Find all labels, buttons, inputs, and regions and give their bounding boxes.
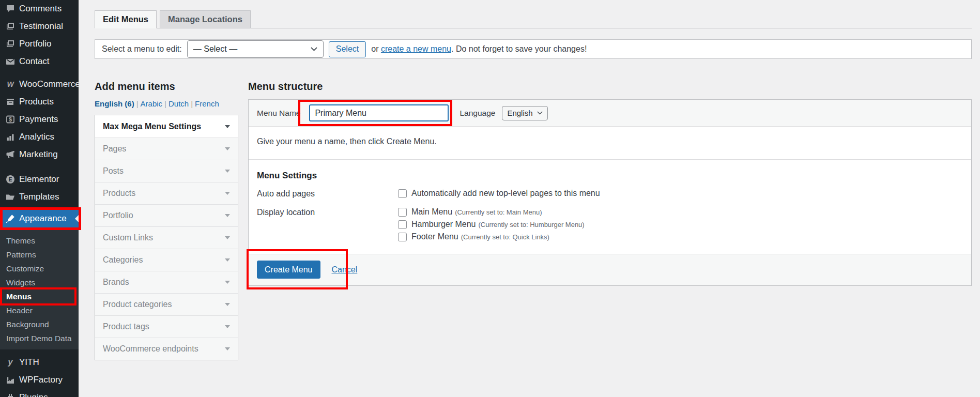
language-filter-links: English (6)|Arabic|Dutch|French bbox=[95, 99, 238, 108]
language-link-arabic[interactable]: Arabic bbox=[141, 99, 163, 108]
accordion-pages[interactable]: Pages bbox=[95, 138, 238, 160]
select-button[interactable]: Select bbox=[329, 41, 366, 57]
sidebar-item-payments[interactable]: $ Payments bbox=[0, 111, 79, 128]
admin-sidebar: Comments Testimonial Portfolio Contact W… bbox=[0, 0, 79, 397]
templates-icon bbox=[5, 192, 16, 202]
display-location-label: Display location bbox=[257, 207, 398, 245]
svg-text:y: y bbox=[8, 358, 13, 367]
hamburger-menu-checkbox[interactable] bbox=[398, 220, 407, 229]
sidebar-item-analytics[interactable]: Analytics bbox=[0, 128, 79, 146]
create-menu-button[interactable]: Create Menu bbox=[257, 261, 320, 279]
location-note: (Currently set to: Quick Links) bbox=[461, 233, 549, 241]
select-menu-bar: Select a menu to edit: — Select — Select… bbox=[95, 39, 972, 59]
sidebar-item-label: WooCommerce bbox=[19, 79, 80, 89]
sidebar-item-portfolio[interactable]: Portfolio bbox=[0, 35, 79, 53]
add-menu-items-panel: Add menu items English (6)|Arabic|Dutch|… bbox=[95, 81, 238, 360]
menu-select-dropdown[interactable]: — Select — bbox=[187, 40, 324, 58]
language-select-dropdown[interactable]: English bbox=[502, 106, 547, 120]
plugins-icon bbox=[5, 392, 16, 397]
accordion-portfolio[interactable]: Portfolio bbox=[95, 204, 238, 226]
sidebar-item-appearance[interactable]: Appearance bbox=[0, 210, 79, 227]
submenu-item-import-demo-data[interactable]: Import Demo Data bbox=[0, 331, 79, 345]
menu-name-row: Menu Name Language English bbox=[249, 100, 971, 127]
portfolio-icon bbox=[5, 39, 16, 49]
accordion-posts[interactable]: Posts bbox=[95, 160, 238, 182]
analytics-icon bbox=[5, 132, 16, 142]
submenu-item-widgets[interactable]: Widgets bbox=[0, 276, 79, 289]
chevron-down-icon bbox=[537, 111, 543, 115]
contact-icon bbox=[5, 56, 16, 67]
auto-add-pages-checkbox[interactable] bbox=[398, 189, 407, 198]
woocommerce-icon: W bbox=[5, 79, 16, 89]
location-main-menu: Main Menu (Currently set to: Main Menu) bbox=[398, 207, 585, 217]
sidebar-item-label: Plugins bbox=[19, 392, 48, 397]
submenu-item-themes[interactable]: Themes bbox=[0, 234, 79, 248]
sidebar-item-label: Testimonial bbox=[19, 21, 63, 32]
accordion-products[interactable]: Products bbox=[95, 182, 238, 204]
divider bbox=[249, 159, 971, 160]
submenu-item-background[interactable]: Background bbox=[0, 317, 79, 331]
sidebar-item-label: YITH bbox=[19, 357, 39, 368]
menu-name-input[interactable] bbox=[309, 104, 449, 121]
dropdown-arrow-icon bbox=[225, 125, 230, 131]
create-new-menu-link[interactable]: create a new menu bbox=[381, 44, 451, 53]
location-note: (Currently set to: Main Menu) bbox=[455, 208, 542, 216]
main-menu-checkbox[interactable] bbox=[398, 208, 407, 217]
accordion-categories[interactable]: Categories bbox=[95, 249, 238, 271]
svg-text:W: W bbox=[7, 80, 14, 88]
screen-tabs: Edit Menus Manage Locations bbox=[95, 10, 972, 28]
main-content: Edit Menus Manage Locations Select a men… bbox=[79, 0, 980, 397]
submenu-item-header[interactable]: Header bbox=[0, 303, 79, 317]
select-menu-label: Select a menu to edit: bbox=[102, 44, 182, 54]
language-link-english[interactable]: English (6) bbox=[95, 99, 134, 108]
menu-items-accordion: Max Mega Menu Settings Pages Posts Produ… bbox=[95, 115, 238, 360]
accordion-brands[interactable]: Brands bbox=[95, 271, 238, 293]
sidebar-item-elementor[interactable]: E Elementor bbox=[0, 171, 79, 188]
language-link-dutch[interactable]: Dutch bbox=[169, 99, 189, 108]
accordion-product-categories[interactable]: Product categories bbox=[95, 293, 238, 315]
sidebar-item-products[interactable]: Products bbox=[0, 93, 79, 111]
auto-add-pages-option-label: Automatically add new top-level pages to… bbox=[411, 189, 600, 198]
dropdown-arrow-icon bbox=[225, 347, 230, 353]
svg-text:$: $ bbox=[9, 116, 12, 123]
sidebar-item-label: WPFactory bbox=[19, 375, 63, 385]
accordion-product-tags[interactable]: Product tags bbox=[95, 315, 238, 338]
sidebar-item-templates[interactable]: Templates bbox=[0, 188, 79, 206]
menu-helper-text: Give your menu a name, then click Create… bbox=[257, 137, 963, 146]
sidebar-item-contact[interactable]: Contact bbox=[0, 53, 79, 70]
dropdown-arrow-icon bbox=[225, 258, 230, 264]
products-icon bbox=[5, 97, 16, 107]
sidebar-item-marketing[interactable]: Marketing bbox=[0, 146, 79, 163]
submenu-item-menus[interactable]: Menus bbox=[0, 289, 79, 303]
cancel-link[interactable]: Cancel bbox=[332, 265, 358, 274]
sidebar-item-label: Templates bbox=[19, 192, 59, 202]
sidebar-item-label: Analytics bbox=[19, 132, 54, 142]
sidebar-item-label: Elementor bbox=[19, 174, 59, 185]
tab-manage-locations[interactable]: Manage Locations bbox=[160, 10, 251, 28]
sidebar-item-comments[interactable]: Comments bbox=[0, 0, 79, 18]
create-menu-hint: or create a new menu. Do not forget to s… bbox=[371, 44, 587, 54]
sidebar-item-label: Payments bbox=[19, 114, 58, 125]
wpfactory-icon bbox=[5, 375, 16, 385]
menu-structure-heading: Menu structure bbox=[248, 81, 972, 93]
accordion-woocommerce-endpoints[interactable]: WooCommerce endpoints bbox=[95, 338, 238, 360]
sidebar-item-wpfactory[interactable]: WPFactory bbox=[0, 371, 79, 389]
footer-menu-checkbox[interactable] bbox=[398, 233, 407, 241]
language-link-french[interactable]: French bbox=[195, 99, 219, 108]
sidebar-item-testimonial[interactable]: Testimonial bbox=[0, 18, 79, 35]
dropdown-arrow-icon bbox=[225, 281, 230, 286]
auto-add-pages-label: Auto add pages bbox=[257, 189, 398, 201]
elementor-icon: E bbox=[5, 174, 16, 185]
sidebar-item-woocommerce[interactable]: W WooCommerce bbox=[0, 75, 79, 93]
submenu-item-customize[interactable]: Customize bbox=[0, 262, 79, 276]
accordion-max-mega-menu-settings[interactable]: Max Mega Menu Settings bbox=[95, 115, 238, 138]
sidebar-item-label: Comments bbox=[19, 4, 62, 14]
sidebar-item-plugins[interactable]: Plugins bbox=[0, 389, 79, 397]
submenu-item-patterns[interactable]: Patterns bbox=[0, 248, 79, 262]
tab-edit-menus[interactable]: Edit Menus bbox=[95, 10, 157, 28]
sidebar-item-label: Contact bbox=[19, 56, 50, 67]
accordion-custom-links[interactable]: Custom Links bbox=[95, 226, 238, 249]
dropdown-arrow-icon bbox=[225, 147, 230, 153]
sidebar-item-yith[interactable]: y YITH bbox=[0, 354, 79, 371]
testimonial-icon bbox=[5, 21, 16, 32]
